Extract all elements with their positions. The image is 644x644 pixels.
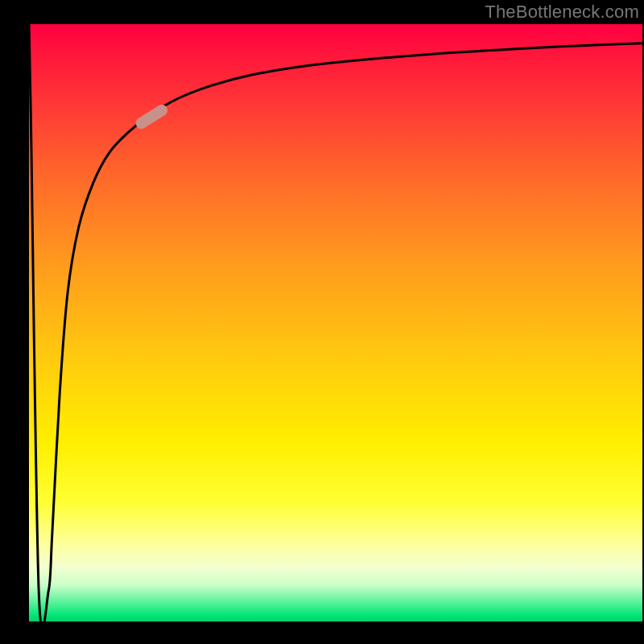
chart-container: TheBottleneck.com [0, 0, 644, 644]
watermark-text: TheBottleneck.com [485, 2, 639, 23]
curve-marker [134, 102, 170, 130]
bottleneck-curve [29, 24, 642, 629]
curve-overlay [29, 24, 642, 621]
